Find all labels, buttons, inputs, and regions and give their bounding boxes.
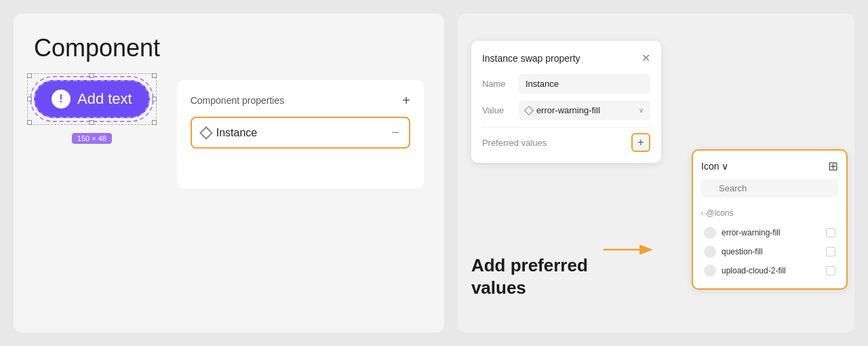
icon-preview: [704, 265, 716, 277]
group-chevron-icon: ‹: [701, 210, 703, 217]
icons-group-label: ‹ @icons: [701, 208, 838, 218]
name-row: Name: [482, 74, 650, 94]
instance-property-row[interactable]: Instance −: [191, 117, 410, 149]
name-input[interactable]: [519, 74, 650, 94]
icon-item-name: error-warning-fill: [722, 228, 821, 237]
left-content: ! Add text 150 × 48 Component properties…: [34, 80, 424, 189]
search-wrapper: 🔍: [701, 179, 838, 203]
add-property-button[interactable]: +: [402, 94, 410, 107]
icon-dropdown-panel: Icon ∨ ⊞ 🔍 ‹ @icons error-warning-fill q…: [692, 149, 848, 290]
group-label-text: @icons: [706, 208, 733, 218]
icon-checkbox[interactable]: [826, 266, 835, 275]
list-item[interactable]: question-fill: [701, 242, 838, 261]
instance-label: Instance: [216, 127, 257, 139]
left-panel: Component ! Add text: [14, 14, 444, 332]
preferred-add-button[interactable]: +: [631, 133, 650, 152]
close-button[interactable]: ✕: [642, 52, 650, 64]
arrow-icon: [604, 240, 658, 259]
warning-icon: !: [52, 90, 71, 109]
icon-search-input[interactable]: [701, 179, 838, 197]
preferred-values-label: Preferred values: [482, 138, 547, 148]
icon-chevron-icon: ∨: [722, 161, 728, 172]
icon-item-name: question-fill: [722, 247, 821, 256]
chevron-down-icon: ∨: [639, 107, 644, 114]
comp-props-title: Component properties: [191, 95, 285, 106]
icon-preview: [704, 227, 716, 239]
component-title: Component: [34, 34, 424, 62]
swap-dialog-header: Instance swap property ✕: [482, 52, 650, 64]
add-preferred-values-text: Add preferred values: [471, 254, 607, 299]
value-diamond-icon: [524, 105, 534, 115]
right-panel: Instance swap property ✕ Name Value erro…: [458, 14, 854, 332]
name-label: Name: [482, 79, 511, 89]
value-text: error-warning-fill: [536, 105, 635, 115]
grid-view-button[interactable]: ⊞: [828, 159, 838, 174]
list-item[interactable]: upload-cloud-2-fill: [701, 261, 838, 280]
value-label: Value: [482, 105, 511, 115]
comp-props-header: Component properties +: [191, 94, 410, 107]
component-preview: ! Add text 150 × 48: [34, 80, 150, 144]
value-dropdown[interactable]: error-warning-fill ∨: [519, 100, 650, 120]
icon-checkbox[interactable]: [826, 247, 835, 256]
icon-preview: [704, 246, 716, 258]
icon-item-name: upload-cloud-2-fill: [722, 266, 821, 275]
component-widget: ! Add text: [34, 80, 150, 118]
diamond-icon: [199, 126, 213, 140]
remove-property-button[interactable]: −: [391, 125, 399, 140]
widget-text: Add text: [77, 90, 132, 108]
size-badge: 150 × 48: [72, 133, 112, 144]
icon-dropdown-header: Icon ∨ ⊞: [701, 159, 838, 174]
instance-row-left: Instance: [201, 127, 257, 139]
swap-dialog: Instance swap property ✕ Name Value erro…: [471, 41, 661, 163]
preferred-row: Preferred values +: [482, 127, 650, 152]
icon-dropdown-title: Icon ∨: [701, 161, 728, 172]
icon-title-text: Icon: [701, 161, 719, 172]
swap-dialog-title: Instance swap property: [482, 53, 580, 64]
component-properties-panel: Component properties + Instance −: [177, 80, 424, 189]
value-row: Value error-warning-fill ∨: [482, 100, 650, 120]
list-item[interactable]: error-warning-fill: [701, 223, 838, 242]
icon-checkbox[interactable]: [826, 228, 835, 237]
